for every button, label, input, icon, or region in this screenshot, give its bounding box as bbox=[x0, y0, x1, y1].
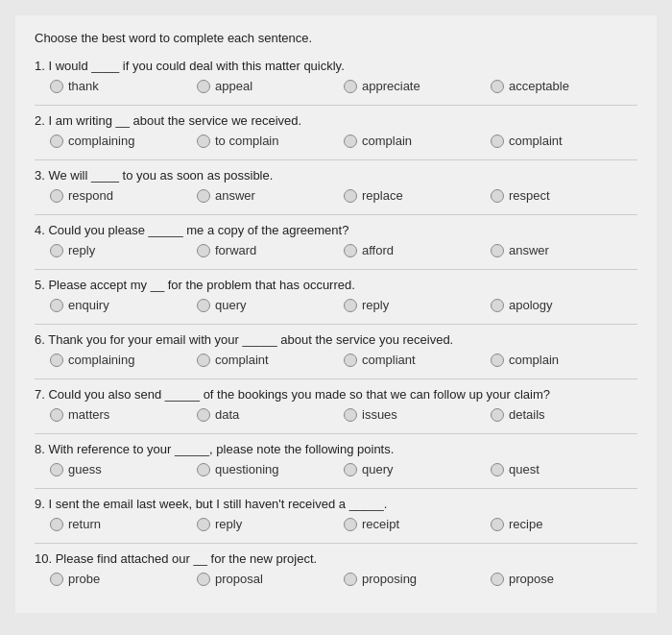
radio-circle-5-2[interactable] bbox=[197, 299, 210, 312]
option-5-4[interactable]: apology bbox=[491, 298, 637, 312]
divider-6 bbox=[35, 379, 637, 379]
option-label-9-1: return bbox=[68, 517, 101, 531]
radio-circle-8-3[interactable] bbox=[344, 463, 357, 476]
option-4-4[interactable]: answer bbox=[491, 243, 637, 257]
option-9-3[interactable]: receipt bbox=[344, 517, 491, 531]
option-label-6-3: compliant bbox=[362, 353, 416, 367]
option-1-1[interactable]: thank bbox=[50, 79, 197, 93]
radio-circle-4-4[interactable] bbox=[491, 244, 504, 257]
option-9-2[interactable]: reply bbox=[197, 517, 344, 531]
option-2-2[interactable]: to complain bbox=[197, 134, 344, 148]
option-5-2[interactable]: query bbox=[197, 298, 344, 312]
radio-circle-9-4[interactable] bbox=[491, 518, 504, 531]
radio-circle-7-2[interactable] bbox=[197, 408, 210, 422]
options-row-6: complainingcomplaintcompliantcomplain bbox=[35, 353, 637, 367]
option-3-2[interactable]: answer bbox=[197, 188, 344, 203]
radio-circle-2-2[interactable] bbox=[197, 134, 210, 148]
option-9-1[interactable]: return bbox=[50, 517, 197, 531]
option-label-8-4: quest bbox=[509, 462, 540, 476]
question-text-3: 3. We will ____ to you as soon as possib… bbox=[35, 168, 637, 183]
option-6-4[interactable]: complain bbox=[491, 353, 637, 367]
radio-circle-10-2[interactable] bbox=[197, 573, 210, 586]
option-label-5-1: enquiry bbox=[68, 298, 109, 312]
divider-4 bbox=[35, 269, 637, 270]
option-label-10-2: proposal bbox=[215, 572, 263, 586]
question-text-5: 5. Please accept my __ for the problem t… bbox=[35, 278, 637, 292]
option-label-7-4: details bbox=[509, 407, 545, 422]
option-8-1[interactable]: guess bbox=[50, 462, 197, 476]
option-2-3[interactable]: complain bbox=[344, 134, 491, 148]
option-6-1[interactable]: complaining bbox=[50, 353, 197, 367]
option-1-4[interactable]: acceptable bbox=[491, 79, 637, 93]
radio-circle-5-3[interactable] bbox=[344, 299, 357, 312]
option-4-2[interactable]: forward bbox=[197, 243, 344, 257]
radio-circle-7-3[interactable] bbox=[344, 408, 357, 422]
radio-circle-6-2[interactable] bbox=[197, 354, 210, 367]
radio-circle-8-4[interactable] bbox=[491, 463, 504, 476]
option-3-1[interactable]: respond bbox=[50, 188, 197, 203]
radio-circle-5-4[interactable] bbox=[491, 299, 504, 312]
option-7-3[interactable]: issues bbox=[344, 407, 491, 422]
radio-circle-10-1[interactable] bbox=[50, 573, 63, 586]
radio-circle-6-3[interactable] bbox=[344, 354, 357, 367]
radio-circle-1-1[interactable] bbox=[50, 80, 63, 93]
radio-circle-6-4[interactable] bbox=[491, 354, 504, 367]
radio-circle-2-3[interactable] bbox=[344, 134, 357, 148]
radio-circle-3-3[interactable] bbox=[344, 189, 357, 203]
radio-circle-9-1[interactable] bbox=[50, 518, 63, 531]
radio-circle-4-2[interactable] bbox=[197, 244, 210, 257]
option-1-3[interactable]: appreciate bbox=[344, 79, 491, 93]
option-5-1[interactable]: enquiry bbox=[50, 298, 197, 312]
radio-circle-8-2[interactable] bbox=[197, 463, 210, 476]
option-2-1[interactable]: complaining bbox=[50, 134, 197, 148]
radio-circle-8-1[interactable] bbox=[50, 463, 63, 476]
option-1-2[interactable]: appeal bbox=[197, 79, 344, 93]
option-8-4[interactable]: quest bbox=[491, 462, 637, 476]
option-7-2[interactable]: data bbox=[197, 407, 344, 422]
radio-circle-3-2[interactable] bbox=[197, 189, 210, 203]
option-3-3[interactable]: replace bbox=[344, 188, 491, 203]
radio-circle-4-1[interactable] bbox=[50, 244, 63, 257]
option-label-2-2: to complain bbox=[215, 134, 278, 148]
option-label-8-3: query bbox=[362, 462, 394, 476]
option-10-4[interactable]: propose bbox=[491, 572, 637, 586]
radio-circle-7-1[interactable] bbox=[50, 408, 63, 422]
radio-circle-2-1[interactable] bbox=[50, 134, 63, 148]
question-block-10: 10. Please find attached our __ for the … bbox=[35, 551, 637, 586]
option-label-5-4: apology bbox=[509, 298, 553, 312]
radio-circle-3-4[interactable] bbox=[491, 189, 504, 203]
radio-circle-4-3[interactable] bbox=[344, 244, 357, 257]
option-10-3[interactable]: proposing bbox=[344, 572, 491, 586]
radio-circle-1-4[interactable] bbox=[491, 80, 504, 93]
radio-circle-5-1[interactable] bbox=[50, 299, 63, 312]
radio-circle-10-3[interactable] bbox=[344, 573, 357, 586]
radio-circle-10-4[interactable] bbox=[491, 573, 504, 586]
option-8-2[interactable]: questioning bbox=[197, 462, 344, 476]
radio-circle-7-4[interactable] bbox=[491, 408, 504, 422]
radio-circle-6-1[interactable] bbox=[50, 354, 63, 367]
options-row-1: thankappealappreciateacceptable bbox=[35, 79, 637, 93]
option-6-3[interactable]: compliant bbox=[344, 353, 491, 367]
option-4-3[interactable]: afford bbox=[344, 243, 491, 257]
option-5-3[interactable]: reply bbox=[344, 298, 491, 312]
radio-circle-3-1[interactable] bbox=[50, 189, 63, 203]
option-7-4[interactable]: details bbox=[491, 407, 637, 422]
option-4-1[interactable]: reply bbox=[50, 243, 197, 257]
option-9-4[interactable]: recipe bbox=[491, 517, 637, 531]
question-block-8: 8. With reference to your _____, please … bbox=[35, 442, 637, 476]
option-6-2[interactable]: complaint bbox=[197, 353, 344, 367]
option-10-1[interactable]: probe bbox=[50, 572, 197, 586]
radio-circle-2-4[interactable] bbox=[491, 134, 504, 148]
radio-circle-9-3[interactable] bbox=[344, 518, 357, 531]
option-2-4[interactable]: complaint bbox=[491, 134, 637, 148]
option-label-2-1: complaining bbox=[68, 134, 134, 148]
option-3-4[interactable]: respect bbox=[491, 188, 637, 203]
question-block-2: 2. I am writing __ about the service we … bbox=[35, 113, 637, 148]
radio-circle-1-2[interactable] bbox=[197, 80, 210, 93]
option-label-1-2: appeal bbox=[215, 79, 252, 93]
radio-circle-9-2[interactable] bbox=[197, 518, 210, 531]
radio-circle-1-3[interactable] bbox=[344, 80, 357, 93]
option-10-2[interactable]: proposal bbox=[197, 572, 344, 586]
option-8-3[interactable]: query bbox=[344, 462, 491, 476]
option-7-1[interactable]: matters bbox=[50, 407, 197, 422]
